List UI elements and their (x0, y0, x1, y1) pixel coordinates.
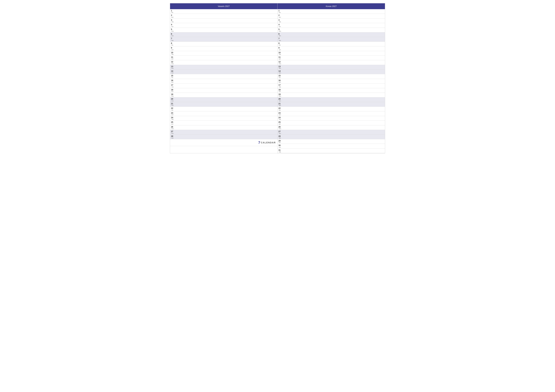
day-name: KET (171, 26, 174, 27)
day-label: 13ŠES (278, 65, 282, 69)
day-name: ŠES (171, 68, 174, 69)
day-number: 16 (171, 79, 174, 82)
day-name: TRE (171, 54, 174, 55)
day-number: 10 (278, 51, 282, 54)
day-name: PEN (279, 31, 281, 32)
day-row: 20ŠES (278, 97, 385, 102)
day-row: 27ŠES (170, 130, 277, 135)
day-name: KET (171, 58, 174, 60)
day-number: 17 (278, 84, 282, 86)
day-label: 2ANT (171, 14, 174, 18)
day-row: 7SEK (278, 37, 385, 42)
brand-text: CALENDAR (261, 141, 276, 144)
day-name: SEK (171, 105, 174, 106)
month-title-kovas: Kovas 2027 (326, 5, 337, 7)
day-label: 9ANT (278, 47, 282, 50)
day-number: 21 (171, 103, 174, 105)
day-label: 21SEK (278, 103, 282, 106)
day-name: KET (171, 91, 174, 92)
day-number: 19 (278, 93, 282, 95)
day-number: 19 (171, 93, 174, 95)
day-name: PIR (171, 77, 173, 78)
day-label: 19PEN (171, 93, 174, 97)
day-row: 17TRE (278, 84, 385, 88)
day-name: ŠES (279, 35, 281, 36)
day-label: 8PIR (278, 42, 282, 46)
day-label: 18KET (171, 89, 174, 92)
month-vasaris: Vasaris 2027 1PIR2ANT3TRE4KET5PEN6ŠES7SE… (170, 3, 278, 153)
day-name: PIR (171, 45, 173, 46)
day-label: 27ŠES (171, 130, 174, 134)
day-row: 25KET (170, 121, 277, 125)
day-row: 15PIR (278, 74, 385, 79)
day-label: 10TRE (171, 51, 174, 55)
day-row: 24TRE (278, 116, 385, 121)
day-number: 7 (278, 37, 282, 40)
day-number: 21 (278, 103, 282, 105)
day-row: 22PIR (170, 107, 277, 111)
brand: 7 CALENDAR (258, 141, 276, 145)
day-name: PEN (171, 31, 174, 32)
day-number: 31 (278, 149, 282, 151)
day-name: ŠES (279, 133, 281, 134)
day-row: 6ŠES (170, 32, 277, 37)
day-name: PEN (279, 96, 281, 97)
day-label: 15PIR (278, 75, 282, 78)
day-number: 2 (171, 14, 174, 16)
day-row: 26PEN (278, 125, 385, 130)
day-name: SEK (279, 105, 281, 106)
day-name: TRE (279, 21, 281, 22)
day-label: 20ŠES (278, 98, 282, 101)
day-number: 3 (171, 19, 174, 21)
day-name: TRE (171, 21, 174, 22)
day-label: 19PEN (278, 93, 282, 97)
day-name: PEN (171, 128, 174, 129)
day-number: 3 (278, 19, 282, 21)
day-row: 1PIR (278, 9, 385, 14)
day-row: 15PIR (170, 74, 277, 79)
day-row: 5PEN (278, 28, 385, 32)
day-name: ANT (279, 147, 281, 148)
day-number: 13 (278, 65, 282, 68)
brand-number: 7 (258, 141, 260, 145)
day-row: 18KET (170, 88, 277, 93)
day-name: ANT (171, 17, 174, 18)
day-row: 22PIR (278, 107, 385, 111)
day-row: 19PEN (278, 93, 385, 97)
day-row: 13ŠES (170, 65, 277, 70)
day-label: 14SEK (278, 70, 282, 73)
day-row: 2ANT (278, 14, 385, 18)
day-name: ŠES (171, 35, 174, 36)
day-row: 18KET (278, 88, 385, 93)
vasaris-days: 1PIR2ANT3TRE4KET5PEN6ŠES7SEK8PIR9ANT10TR… (170, 9, 277, 139)
day-row: 10TRE (170, 51, 277, 56)
day-number: 12 (278, 61, 282, 63)
day-number: 28 (171, 135, 174, 137)
day-label: 1PIR (171, 10, 174, 13)
day-label: 25KET (171, 121, 174, 125)
day-name: ANT (279, 49, 281, 50)
day-row: 12PEN (170, 60, 277, 65)
day-name: PIR (279, 45, 281, 46)
day-label: 14SEK (171, 70, 174, 73)
day-name: SEK (171, 72, 174, 73)
day-name: PIR (279, 12, 281, 13)
day-label: 27ŠES (278, 130, 282, 134)
day-number: 7 (171, 37, 174, 40)
day-number: 24 (171, 116, 174, 119)
day-name: KET (279, 91, 281, 92)
day-label: 6ŠES (278, 33, 282, 36)
day-row: 9ANT (278, 46, 385, 51)
day-label: 30ANT (278, 144, 282, 148)
day-label: 26PEN (171, 126, 174, 129)
day-row: 1PIR (170, 9, 277, 14)
day-number: 27 (171, 130, 174, 133)
day-row: 25KET (278, 121, 385, 125)
day-number: 6 (278, 33, 282, 35)
day-number: 26 (278, 126, 282, 128)
day-name: ŠES (279, 100, 281, 101)
day-number: 5 (171, 28, 174, 30)
day-name: PEN (171, 96, 174, 97)
day-number: 23 (278, 112, 282, 114)
day-label: 4KET (171, 24, 174, 27)
